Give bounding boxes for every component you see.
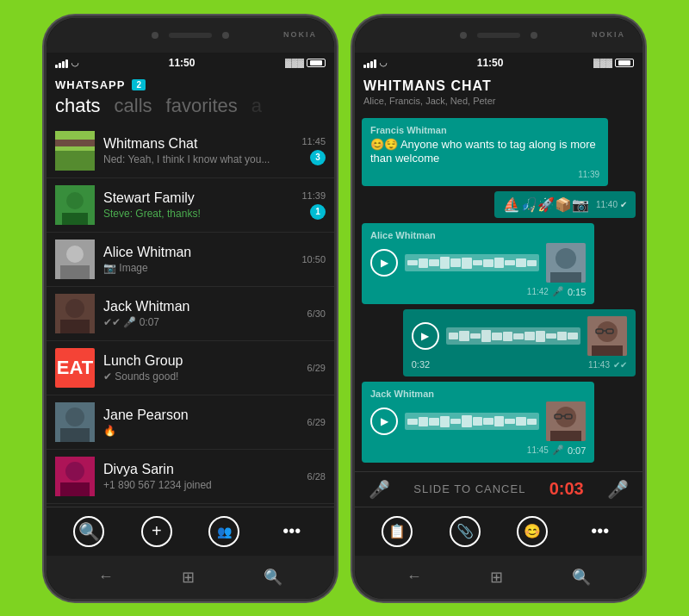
search-button[interactable]: 🔍 [73, 516, 104, 547]
messages-area: Francis Whitman 😊😌 Anyone who wants to t… [355, 111, 642, 471]
waveform-bar [568, 333, 578, 339]
voice-message: ▶ [370, 401, 586, 441]
waveform-bars [405, 413, 539, 430]
waveform-bar [450, 258, 461, 267]
tab-chats[interactable]: chats [55, 95, 101, 117]
list-item[interactable]: Stewart Family Steve: Great, thanks! 11:… [47, 178, 334, 233]
tab-more-alpha[interactable]: a [251, 95, 262, 117]
waveform-bar [513, 333, 524, 339]
right-search-nav-button[interactable]: 🔍 [572, 568, 591, 587]
svg-point-7 [66, 246, 84, 263]
right-status-time: 11:50 [477, 57, 504, 69]
search-nav-button[interactable]: 🔍 [264, 568, 282, 587]
duration-label: 0:07 [568, 445, 586, 456]
voice-waveform [405, 254, 539, 271]
nokia-brand-r: NOKIA [592, 30, 625, 39]
voice-sent-meta: 0:32 11:43 ✔✔ [412, 359, 627, 370]
waveform-bar [527, 419, 537, 425]
right-battery-box [615, 59, 634, 67]
chat-name: Jane Pearson [103, 408, 299, 423]
chat-meta: 6/29 [307, 363, 326, 373]
tab-calls[interactable]: calls [115, 95, 152, 117]
app-header: WHATSAPP 2 chats calls favorites a [47, 73, 334, 124]
waveform-bar [527, 260, 537, 266]
right-phone-top: NOKIA [355, 18, 642, 53]
back-button[interactable]: ← [98, 568, 114, 586]
double-check-icon: ✔✔ [613, 360, 627, 370]
list-item[interactable]: Jane Pearson 🔥 6/29 [47, 395, 334, 450]
waveform-bar [429, 259, 439, 266]
message-bubble: Alice Whitman ▶ [362, 223, 594, 304]
right-home-button[interactable]: ⊞ [490, 568, 503, 587]
list-item[interactable]: EAT Lunch Group ✔ Sounds good! 6/29 [47, 341, 334, 395]
list-item[interactable]: Whitmans Chat Ned: Yeah, I think I know … [47, 124, 334, 178]
list-item[interactable]: Divya Sarin +1 890 567 1234 joined 6/28 [47, 450, 334, 504]
voice-thumbnail [546, 243, 586, 283]
voice-thumbnail [587, 316, 627, 356]
avatar [55, 185, 95, 225]
list-item[interactable]: Alice Whitman 📷 Image 10:50 [47, 233, 334, 287]
right-more-button[interactable]: ••• [585, 516, 616, 547]
svg-rect-11 [60, 320, 90, 333]
message-time: 11:42 [527, 287, 549, 296]
sent-emoji-row: ⛵🎣🚀📦📷 11:40 ✔ [503, 196, 627, 213]
tab-favorites[interactable]: favorites [166, 95, 238, 117]
contacts-button[interactable]: 👥 [208, 516, 239, 547]
right-back-button[interactable]: ← [407, 568, 422, 586]
chat-preview: 📷 Image [103, 262, 293, 274]
voice-jack-meta: 11:45 🎤 0:07 [370, 445, 586, 456]
signal-bar-2 [59, 63, 61, 68]
add-chat-button[interactable]: + [141, 516, 172, 547]
waveform-bar [473, 417, 483, 426]
time-row: 11:43 ✔✔ [588, 360, 627, 370]
home-button[interactable]: ⊞ [182, 568, 195, 587]
battery-fill [310, 60, 322, 65]
chat-time: 11:39 [301, 190, 326, 201]
play-button[interactable]: ▶ [370, 249, 398, 277]
status-time: 11:50 [169, 57, 196, 69]
chat-meta: 6/30 [307, 308, 326, 319]
slide-to-cancel-text: SLIDE TO CANCEL [413, 482, 525, 495]
chat-list: Whitmans Chat Ned: Yeah, I think I know … [47, 124, 334, 507]
more-button[interactable]: ••• [276, 516, 307, 547]
voice-message: ▶ [370, 243, 586, 283]
notes-button[interactable]: 📋 [382, 516, 413, 547]
svg-rect-8 [60, 265, 90, 279]
left-screen: ◟◞ 11:50 ▓▓▓ WHATSAPP 2 chats calls favo… [47, 53, 334, 556]
chat-info: Lunch Group ✔ Sounds good! [103, 353, 299, 383]
waveform-bars [446, 327, 580, 345]
svg-point-16 [65, 462, 84, 481]
avatar: EAT [55, 348, 95, 388]
chat-header: WHITMANS CHAT Alice, Francis, Jack, Ned,… [355, 73, 642, 111]
chat-info: Jane Pearson 🔥 [103, 408, 299, 437]
message-bubble: Francis Whitman 😊😌 Anyone who wants to t… [362, 118, 608, 187]
right-battery-icon: ▓▓▓ [593, 58, 612, 67]
svg-rect-14 [60, 428, 90, 442]
voice-meta: 11:42 🎤 0:15 [370, 286, 586, 297]
waveform-bar [546, 333, 556, 339]
left-phone: NOKIA ◟◞ 11:50 ▓▓▓ [44, 16, 337, 601]
svg-rect-17 [60, 482, 90, 496]
check-icon: ✔ [620, 200, 627, 209]
attach-button[interactable]: 📎 [450, 516, 481, 547]
emoji-button[interactable]: 😊 [517, 516, 548, 547]
left-phone-top: NOKIA [47, 18, 334, 53]
play-button[interactable]: ▶ [412, 322, 439, 350]
voice-message: ▶ [412, 316, 627, 356]
nokia-brand: NOKIA [283, 30, 317, 39]
chat-preview: ✔✔ 🎤 0:07 [103, 316, 299, 328]
chat-preview: ✔ Sounds good! [103, 370, 299, 383]
message-bubble: ▶ [403, 309, 636, 376]
jack-thumb-2 [546, 401, 586, 441]
list-item[interactable]: Jack Whitman ✔✔ 🎤 0:07 6/30 [47, 287, 334, 341]
svg-rect-2 [55, 140, 95, 146]
signal-bar-3 [62, 61, 65, 68]
message-text: 😊😌 Anyone who wants to tag along is more… [370, 138, 599, 167]
play-button[interactable]: ▶ [370, 408, 398, 435]
chat-meta: 10:50 [301, 254, 326, 264]
chat-time: 10:50 [301, 254, 326, 264]
chat-time: 6/29 [307, 363, 326, 373]
waveform-bar [503, 332, 513, 341]
waveform-bar [557, 332, 568, 340]
status-left: ◟◞ [55, 57, 78, 68]
